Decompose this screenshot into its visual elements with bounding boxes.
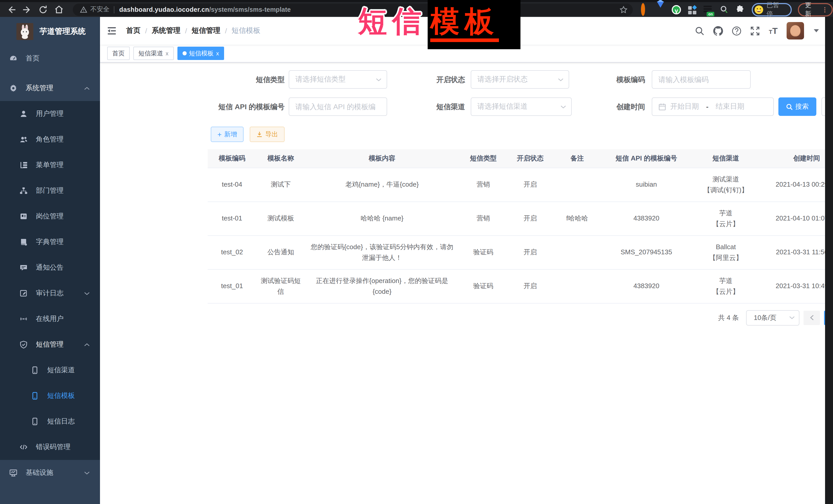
export-button[interactable]: 导出 (250, 127, 285, 142)
tab-home[interactable]: 首页 (107, 47, 130, 60)
cell-created: 2021-04-13 00:29:53 (760, 168, 833, 201)
sidebar-item-menu-management[interactable]: 菜单管理 (0, 152, 100, 178)
create-time-range-picker[interactable]: 开始日期 - 结束日期 (652, 97, 774, 116)
bookmark-star-icon[interactable] (619, 5, 628, 14)
extensions-bar: y on (640, 5, 744, 14)
breadcrumb-sms[interactable]: 短信管理 (192, 26, 220, 35)
api-template-id-field[interactable] (295, 102, 381, 111)
sms-channel-select[interactable]: 请选择短信渠道 (471, 97, 572, 116)
github-icon[interactable] (714, 26, 723, 35)
sidebar-item-error-code-management[interactable]: 错误码管理 (0, 434, 100, 460)
user-menu-caret-icon[interactable] (813, 29, 819, 32)
page-content: 短信类型 请选择短信类型 开启状态 请选择开启状态 模板编码 (100, 63, 833, 504)
sidebar-collapse-icon[interactable] (106, 26, 117, 36)
sidebar-item-sms-management[interactable]: 短信管理 (0, 332, 100, 357)
sidebar-item-label: 用户管理 (36, 109, 64, 118)
cell-api-id: suibian (601, 168, 691, 201)
yudao-extension-icon[interactable]: y (672, 5, 681, 14)
browser-update-button[interactable]: 更新 ⋮ (798, 3, 833, 16)
breadcrumb-current: 短信模板 (232, 26, 260, 35)
col-header-name: 模板名称 (256, 149, 305, 168)
text-size-icon[interactable]: TT (769, 26, 778, 35)
add-button[interactable]: + 新增 (211, 127, 243, 142)
sidebar-item-online-users[interactable]: 在线用户 (0, 306, 100, 332)
col-header-type: 短信类型 (459, 149, 508, 168)
browser-reload-icon[interactable] (39, 5, 48, 14)
search-button[interactable]: 搜索 (778, 97, 816, 116)
url-path: /system/sms/sms-template (209, 6, 291, 13)
sidebar-item-sms-channel[interactable]: 短信渠道 (0, 357, 100, 383)
sidebar-item-sms-log[interactable]: 短信日志 (0, 409, 100, 434)
template-code-field[interactable] (659, 75, 745, 83)
tab-sms-channel[interactable]: 短信渠道x (133, 47, 173, 60)
sidebar-logo-row[interactable]: 芋道管理系统 (0, 17, 100, 46)
tab-close-icon[interactable]: x (216, 50, 219, 56)
sidebar-item-user-management[interactable]: 用户管理 (0, 101, 100, 127)
fullscreen-icon[interactable] (751, 26, 760, 35)
template-code-label: 模板编码 (568, 70, 645, 89)
help-icon[interactable] (732, 26, 742, 35)
grid-extension-icon[interactable] (688, 5, 697, 14)
sidebar-item-label: 在线用户 (36, 314, 64, 323)
sms-template-table: 模板编码 模板名称 模板内容 短信类型 开启状态 备注 短信 API 的模板编号… (208, 149, 833, 303)
chevron-down-icon (84, 471, 90, 475)
gem-extension-icon[interactable] (656, 5, 665, 14)
address-bar[interactable]: 不安全 dashboard.yudao.iocoder.cn /system/s… (73, 3, 633, 16)
col-header-content: 模板内容 (305, 149, 459, 168)
sidebar-item-sms-template[interactable]: 短信模板 (0, 383, 100, 409)
api-template-id-input[interactable] (289, 97, 387, 116)
tab-label: 短信模板 (189, 49, 214, 58)
active-tab-dot (182, 51, 186, 55)
search-icon (786, 103, 793, 110)
cell-content: 正在进行登录操作{operation}，您的验证码是{code} (305, 269, 459, 303)
user-avatar[interactable] (786, 22, 804, 40)
search-extension-icon[interactable] (719, 5, 729, 14)
sms-type-select[interactable]: 请选择短信类型 (289, 70, 387, 89)
cell-remark (553, 269, 601, 303)
breadcrumb-separator: / (225, 27, 227, 35)
sidebar-item-dictionary-management[interactable]: 字典管理 (0, 229, 100, 255)
sidebar-item-department-management[interactable]: 部门管理 (0, 178, 100, 203)
tab-close-icon[interactable]: x (166, 50, 168, 56)
caption-part-red: 模板 (430, 7, 499, 42)
sidebar-item-system-management[interactable]: 系统管理 (0, 75, 100, 101)
code-icon (20, 443, 28, 451)
announcement-icon (20, 264, 28, 272)
tab-sms-template[interactable]: 短信模板x (177, 47, 224, 60)
sms-type-label: 短信类型 (208, 70, 285, 89)
template-code-input[interactable] (652, 70, 751, 89)
dictionary-icon (20, 238, 28, 246)
sidebar-item-home[interactable]: 首页 (0, 46, 100, 71)
breadcrumb-system[interactable]: 系统管理 (152, 26, 181, 35)
cell-code: test-04 (208, 168, 256, 201)
prev-page-button[interactable] (804, 310, 820, 325)
browser-home-icon[interactable] (54, 5, 64, 14)
sidebar-item-label: 短信模板 (47, 391, 75, 401)
sidebar-item-label: 短信管理 (36, 340, 64, 349)
extensions-puzzle-icon[interactable] (735, 5, 744, 14)
browser-forward-icon[interactable] (23, 5, 32, 14)
cell-created: 2021-03-31 11:56:30 (760, 235, 833, 269)
sidebar-item-post-management[interactable]: 岗位管理 (0, 203, 100, 229)
app-title: 芋道管理系统 (40, 26, 86, 36)
cell-name: 测试下 (256, 168, 305, 201)
browser-menu-kebab-icon[interactable]: ⋮ (822, 6, 828, 13)
cell-status: 开启 (508, 201, 553, 235)
sidebar-item-infrastructure[interactable]: 基础设施 (0, 460, 100, 485)
browser-profile-chip[interactable]: 已暂停 (752, 3, 792, 16)
api-template-id-label: 短信 API 的模板编号 (177, 97, 285, 116)
date-range-separator: - (706, 102, 708, 111)
sidebar-item-audit-log[interactable]: 审计日志 (0, 281, 100, 306)
open-status-select[interactable]: 请选择开启状态 (471, 70, 569, 89)
sidebar-item-announcement[interactable]: 通知公告 (0, 255, 100, 281)
breadcrumb-home[interactable]: 首页 (126, 26, 141, 35)
sidebar-item-role-management[interactable]: 角色管理 (0, 127, 100, 152)
table-row: test-04 测试下 老鸡{name}，牛逼{code} 营销 开启 suib… (208, 168, 833, 201)
adblock-on-extension-icon[interactable]: on (704, 5, 713, 14)
chevron-up-icon (84, 343, 90, 346)
plus-icon: + (217, 131, 221, 138)
page-size-select[interactable]: 10条/页 (746, 310, 800, 325)
header-search-icon[interactable] (695, 26, 705, 35)
donut-extension-icon[interactable] (640, 5, 649, 14)
browser-back-icon[interactable] (7, 5, 16, 14)
